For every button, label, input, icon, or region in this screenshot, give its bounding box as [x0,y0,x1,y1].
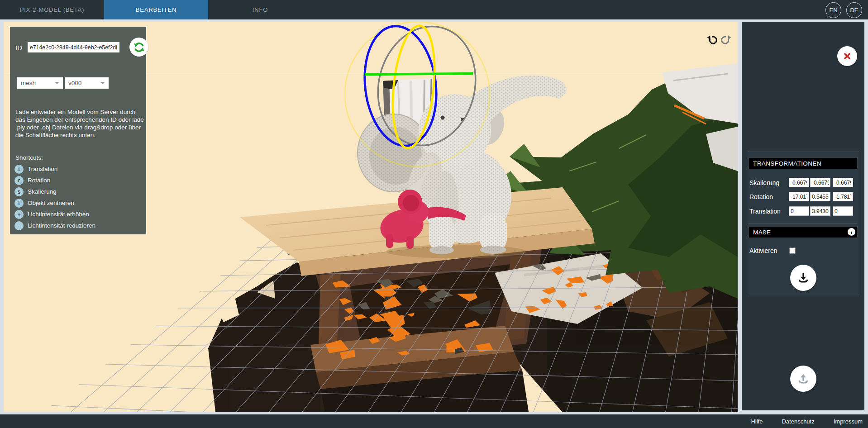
translation-label: Translation [749,208,781,215]
translation-y-input[interactable] [810,206,830,216]
model-id-input[interactable] [28,42,119,52]
shortcut-rotation: r Rotation [14,176,50,185]
shortcut-zentrieren: f Objekt zentrieren [14,198,74,208]
model-load-panel: ID mesh v000 Lade entweder ein Modell vo… [10,27,146,234]
close-icon [842,51,853,62]
hilfe-link[interactable]: Hilfe [751,418,763,425]
viewport-3d[interactable]: ID mesh v000 Lade entweder ein Modell vo… [4,22,738,412]
lang-de-button[interactable]: DE [846,2,862,18]
skalierung-x-input[interactable] [789,178,809,187]
download-model-button[interactable] [790,265,816,291]
key-badge: f [14,199,24,208]
datenschutz-link[interactable]: Datenschutz [782,418,814,425]
reload-model-button[interactable] [129,38,148,57]
aktivieren-label: Aktivieren [749,247,777,254]
undo-button[interactable] [706,34,718,46]
gizmo-green-axis[interactable] [365,74,473,75]
key-badge: - [14,221,24,230]
shortcut-licht-erhoehen: + Lichtintensität erhöhen [14,209,89,219]
key-badge: + [14,210,24,219]
shortcut-label: Lichtintensität erhöhen [28,211,89,218]
lang-en-button[interactable]: EN [825,2,841,18]
model-version-value: v000 [68,80,81,86]
shortcut-label: Skalierung [28,188,57,195]
skalierung-label: Skalierung [749,179,779,186]
shortcut-label: Objekt zentrieren [28,200,74,206]
refresh-icon [133,41,145,53]
model-type-select[interactable]: mesh [17,77,63,89]
tab-bearbeiten[interactable]: BEARBEITEN [104,0,208,19]
language-switch: EN DE [825,2,862,18]
impressum-link[interactable]: Impressum [834,418,863,425]
key-badge: r [14,176,24,185]
shortcuts-title: Shortcuts: [15,154,43,161]
redo-button[interactable] [720,34,732,46]
transform-subpanel: TRANSFORMATIONEN Skalierung Rotation Tra… [748,152,858,296]
key-badge: s [14,187,24,196]
rotation-y-input[interactable] [810,192,830,201]
chevron-down-icon [55,82,59,86]
close-model-button[interactable] [837,46,857,66]
rotation-label: Rotation [749,193,773,200]
aktivieren-checkbox[interactable] [789,247,796,254]
shortcut-label: Rotation [28,177,50,184]
model-version-select[interactable]: v000 [65,77,109,89]
rotation-x-input[interactable] [789,192,809,201]
redo-icon [720,34,732,46]
key-badge: t [14,165,24,174]
shortcut-skalierung: s Skalierung [14,187,57,196]
translation-x-input[interactable] [789,206,809,216]
undo-icon [706,34,718,46]
id-label: ID [15,44,22,52]
instructions-text: Lade entweder ein Modell vom Server durc… [15,108,145,139]
elephant-eye [441,116,445,120]
translation-z-input[interactable] [833,206,853,216]
transformationen-header: TRANSFORMATIONEN [749,158,857,169]
tab-info[interactable]: INFO [208,0,312,19]
top-navbar: PIX-2-MODEL (BETA) BEARBEITEN INFO EN DE [0,0,868,19]
rotation-z-input[interactable] [833,192,853,201]
transform-panel: TRANSFORMATIONEN Skalierung Rotation Tra… [742,22,864,410]
shortcut-label: Lichtintensität reduzieren [28,222,95,229]
chevron-down-icon [100,82,105,86]
app-window: PIX-2-MODEL (BETA) BEARBEITEN INFO EN DE [0,0,868,428]
shortcut-licht-reduzieren: - Lichtintensität reduzieren [14,221,95,230]
tab-pix2model[interactable]: PIX-2-MODEL (BETA) [0,0,104,19]
skalierung-y-input[interactable] [810,178,830,187]
info-icon[interactable]: i [848,228,855,236]
upload-model-button[interactable] [790,366,816,392]
footer-bar: Hilfe Datenschutz Impressum [0,414,868,428]
model-type-value: mesh [21,80,36,86]
upload-icon [796,372,810,385]
shortcut-translation: t Translation [14,164,57,174]
masse-header: MAßE [749,227,857,238]
section-divider [749,223,857,224]
shortcut-label: Translation [28,166,57,172]
download-icon [796,271,810,285]
skalierung-z-input[interactable] [833,178,853,187]
